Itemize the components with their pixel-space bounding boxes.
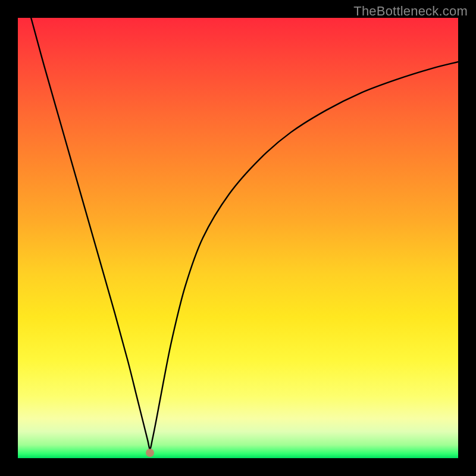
bottleneck-curve (18, 18, 458, 458)
chart-frame: TheBottleneck.com (0, 0, 476, 476)
watermark-text: TheBottleneck.com (353, 4, 468, 19)
optimal-point-marker (146, 449, 154, 457)
plot-area (18, 18, 458, 458)
